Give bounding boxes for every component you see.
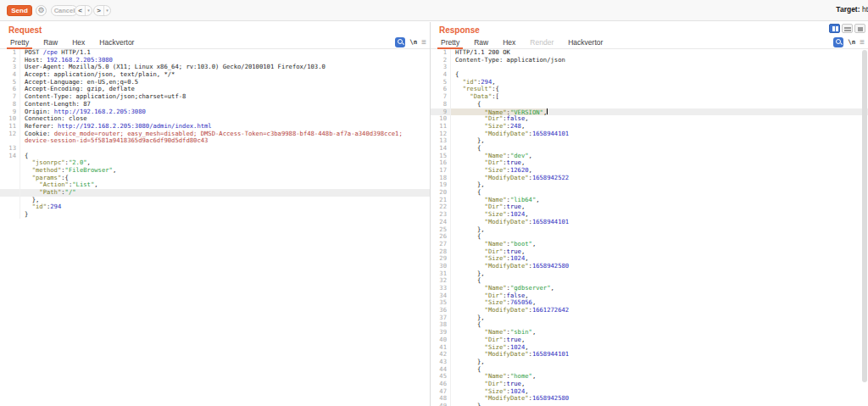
target-label: Target: [836, 5, 860, 14]
code-line[interactable]: "id":294 [0, 203, 430, 211]
code-line[interactable]: 25 }, [431, 226, 868, 234]
request-tabs: PrettyRawHexHackvertor [0, 36, 430, 49]
code-line[interactable]: 4{ [431, 71, 868, 79]
target-indicator: Target: ht [836, 5, 868, 14]
code-line[interactable]: 36 "ModifyDate":1661272642 [431, 307, 868, 314]
tab-raw[interactable]: Raw [40, 36, 61, 49]
code-line[interactable]: 42 "ModifyDate":1658944101 [431, 351, 868, 359]
response-panel: Response \n ≡ PrettyRawHexRenderHackvert… [431, 22, 868, 406]
code-line[interactable]: 19 }, [431, 181, 868, 189]
code-line[interactable]: 49 } [431, 403, 868, 406]
line-number: 4 [431, 71, 451, 79]
code-line[interactable]: }, [0, 197, 430, 204]
line-number: 8 [431, 101, 451, 108]
line-number: 3 [0, 64, 20, 71]
code-line[interactable]: 31 }, [431, 270, 868, 278]
columns-icon [832, 26, 835, 31]
line-number: 7 [431, 93, 451, 101]
tab-pretty[interactable]: Pretty [7, 36, 32, 49]
layout-rows-button[interactable] [842, 24, 853, 33]
request-editor[interactable]: 1POST /cpe HTTP/1.12Host: 192.168.2.205:… [0, 49, 430, 406]
code-line[interactable]: "Path":"/" [0, 189, 430, 197]
code-text: Content-Type: application/json [451, 57, 565, 64]
line-number: 2 [431, 57, 451, 64]
line-number: 6 [0, 86, 20, 93]
layout-columns-button[interactable] [829, 24, 840, 33]
target-value: ht [862, 5, 868, 14]
back-dropdown-icon[interactable]: ▾ [85, 6, 92, 15]
code-line[interactable]: 3 [431, 64, 868, 71]
code-line[interactable]: 48 "ModifyDate":1658942580 [431, 395, 868, 403]
code-line[interactable]: 43 }, [431, 359, 868, 366]
line-number: 1 [0, 49, 20, 57]
line-number [0, 175, 20, 182]
response-editor[interactable]: 1HTTP/1.1 200 OK2Content-Type: applicati… [431, 49, 868, 406]
line-number: 4 [0, 71, 20, 79]
response-tabs: PrettyRawHexRenderHackvertor [431, 36, 868, 49]
line-number: 12 [0, 131, 20, 138]
layout-single-button[interactable] [854, 24, 865, 33]
code-line[interactable]: 12 "ModifyDate":1658944101 [431, 131, 868, 138]
tab-render: Render [526, 36, 557, 49]
tab-hex[interactable]: Hex [69, 36, 88, 49]
code-text: } [20, 211, 28, 219]
line-number [0, 189, 20, 197]
code-line[interactable]: 37 }, [431, 314, 868, 322]
text-cursor [547, 108, 548, 115]
line-number [0, 159, 20, 167]
tab-pretty[interactable]: Pretty [437, 36, 463, 49]
code-text: device-session-id=5f581a9418365d9ac6df90… [20, 137, 208, 145]
forward-arrow-icon[interactable]: > [94, 6, 103, 15]
rows-icon [844, 27, 851, 29]
request-panel: Request \n ≡ PrettyRawHexHackvertor 1POS… [0, 22, 430, 406]
line-number: 14 [0, 153, 20, 160]
code-line[interactable]: 13 }, [431, 137, 868, 145]
response-panel-title: Response [439, 25, 480, 35]
line-number [0, 211, 20, 219]
tab-raw[interactable]: Raw [470, 36, 492, 49]
line-number: 1 [431, 49, 451, 57]
code-line[interactable]: 2Content-Type: application/json [431, 57, 868, 64]
back-arrow-icon[interactable]: < [75, 6, 85, 15]
line-number: 49 [431, 403, 451, 406]
rows-icon [844, 30, 851, 31]
code-line[interactable]: 7 "Data":[ [431, 93, 868, 101]
line-number [0, 197, 20, 204]
layout-buttons [829, 24, 865, 33]
line-number [0, 181, 20, 189]
line-number: 7 [0, 93, 20, 101]
response-scrollbar[interactable] [862, 50, 867, 382]
code-line[interactable]: 13 [0, 145, 430, 153]
code-line[interactable]: 24 "ModifyDate":1658944101 [431, 219, 868, 226]
code-line[interactable]: 30 "ModifyDate":1658942580 [431, 263, 868, 270]
columns-icon [836, 26, 838, 31]
line-number [0, 203, 20, 211]
line-number: 5 [431, 79, 451, 86]
line-number: 6 [431, 86, 451, 93]
line-number: 2 [0, 57, 20, 64]
tab-hackvertor[interactable]: Hackvertor [565, 36, 606, 49]
code-text: } [451, 403, 481, 406]
request-panel-title: Request [8, 25, 42, 35]
line-number: 3 [431, 64, 451, 71]
tab-hex[interactable]: Hex [499, 36, 519, 49]
gear-icon[interactable]: ⚙ [36, 5, 47, 16]
forward-dropdown-icon[interactable]: ▾ [103, 6, 110, 15]
line-number: 8 [0, 101, 20, 108]
code-line[interactable]: } [0, 211, 430, 219]
code-line[interactable]: device-session-id=5f581a9418365d9ac6df90… [0, 137, 430, 145]
send-button[interactable]: Send [7, 5, 32, 16]
single-pane-icon [858, 27, 863, 31]
toolbar: Send ⚙ Cancel < ▾ > ▾ Target: ht [0, 0, 868, 21]
code-line[interactable]: 18 "ModifyDate":1658942522 [431, 175, 868, 182]
line-number [0, 167, 20, 175]
history-forward-button[interactable]: > ▾ [93, 5, 111, 16]
line-number: 5 [0, 79, 20, 86]
history-back-button[interactable]: < ▾ [75, 5, 92, 16]
tab-hackvertor[interactable]: Hackvertor [96, 36, 137, 49]
